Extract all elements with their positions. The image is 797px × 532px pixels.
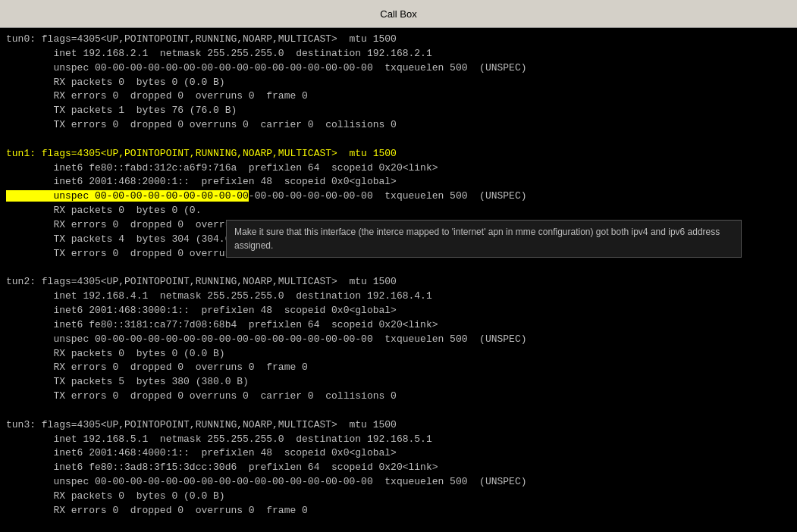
terminal-line: RX packets 0 bytes 0 (0.0 B)	[6, 76, 791, 90]
terminal-line: TX errors 0 dropped 0 overruns 0 carrier…	[6, 390, 791, 404]
terminal-line: RX errors 0 dropped 0 overruns 0 frame 0	[6, 218, 791, 233]
terminal-line: TX packets 5 bytes 380 (380.0 B)	[6, 375, 791, 390]
terminal-line: inet 192.168.2.1 netmask 255.255.255.0 d…	[6, 47, 791, 61]
terminal-line: RX packets 0 bytes 0 (0.	[6, 204, 791, 218]
terminal-line: RX packets 0 bytes 0 (0.0 B)	[6, 347, 791, 361]
terminal-line	[6, 404, 791, 418]
terminal: tun0: flags=4305<UP,POINTOPOINT,RUNNING,…	[0, 28, 797, 532]
terminal-line: unspec 00-00-00-00-00-00-00-00-00-00-00-…	[6, 61, 791, 76]
terminal-line: inet 192.168.5.1 netmask 255.255.255.0 d…	[6, 433, 791, 447]
terminal-line: inet6 fe80::3181:ca77:7d08:68b4 prefixle…	[6, 318, 791, 333]
terminal-line: inet6 2001:468:4000:1:: prefixlen 48 sco…	[6, 446, 791, 461]
terminal-line: unspec 00-00-00-00-00-00-00-00-00-00-00-…	[6, 475, 791, 490]
terminal-line: TX packets 1 bytes 76 (76.0 B)	[6, 104, 791, 118]
terminal-line	[6, 261, 791, 276]
terminal-line: RX errors 0 dropped 0 overruns 0 frame 0	[6, 504, 791, 518]
terminal-line: TX errors 0 dropped 0 overruns 0 carrier…	[6, 118, 791, 133]
terminal-line: inet6 fe80::3ad8:3f15:3dcc:30d6 prefixle…	[6, 461, 791, 475]
terminal-line: TX errors 0 dropped 0 overruns 0 carrier…	[6, 247, 791, 261]
terminal-line-tun1: tun1: flags=4305<UP,POINTOPOINT,RUNNING,…	[6, 147, 791, 161]
terminal-line: RX errors 0 dropped 0 overruns 0 frame 0	[6, 361, 791, 375]
terminal-line: TX packets 4 bytes 304 (304.0 B)	[6, 233, 791, 247]
terminal-line: inet6 2001:468:2000:1:: prefixlen 48 sco…	[6, 175, 791, 189]
terminal-line: RX packets 0 bytes 0 (0.0 B)	[6, 490, 791, 504]
terminal-line: inet6 2001:468:3000:1:: prefixlen 48 sco…	[6, 304, 791, 318]
terminal-line: tun3: flags=4305<UP,POINTOPOINT,RUNNING,…	[6, 418, 791, 433]
terminal-line: inet 192.168.4.1 netmask 255.255.255.0 d…	[6, 289, 791, 304]
terminal-line: RX errors 0 dropped 0 overruns 0 frame 0	[6, 89, 791, 104]
terminal-line: inet6 fe80::fabd:312c:a6f9:716a prefixle…	[6, 161, 791, 176]
titlebar: Call Box	[0, 0, 797, 28]
terminal-line	[6, 133, 791, 147]
terminal-line: tun0: flags=4305<UP,POINTOPOINT,RUNNING,…	[6, 33, 791, 47]
window-title: Call Box	[380, 8, 416, 20]
terminal-line-selected: unspec 00-00-00-00-00-00-00-00-00-00-00-…	[6, 189, 791, 204]
terminal-line: tun2: flags=4305<UP,POINTOPOINT,RUNNING,…	[6, 275, 791, 289]
terminal-line: unspec 00-00-00-00-00-00-00-00-00-00-00-…	[6, 333, 791, 347]
